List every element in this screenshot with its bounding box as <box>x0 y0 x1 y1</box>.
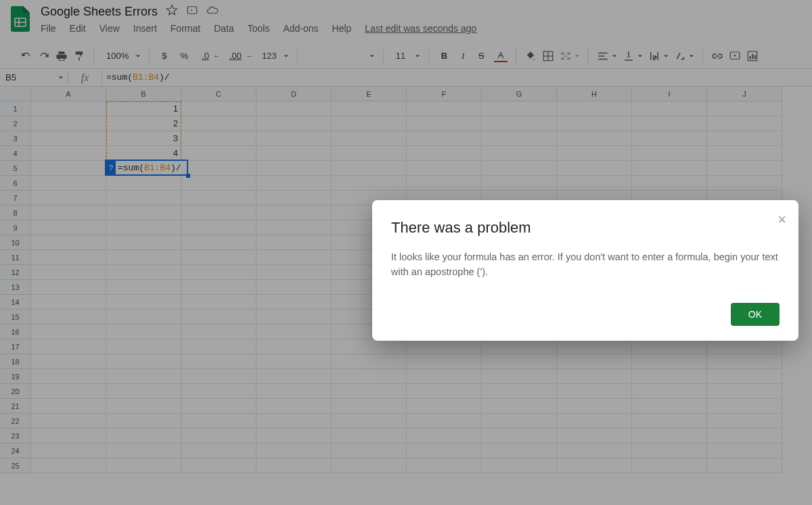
dialog-body: It looks like your formula has an error.… <box>391 250 780 280</box>
ok-button[interactable]: OK <box>731 303 780 326</box>
error-dialog: × There was a problem It looks like your… <box>372 200 798 341</box>
dialog-title: There was a problem <box>391 219 780 237</box>
close-icon[interactable]: × <box>777 211 786 229</box>
